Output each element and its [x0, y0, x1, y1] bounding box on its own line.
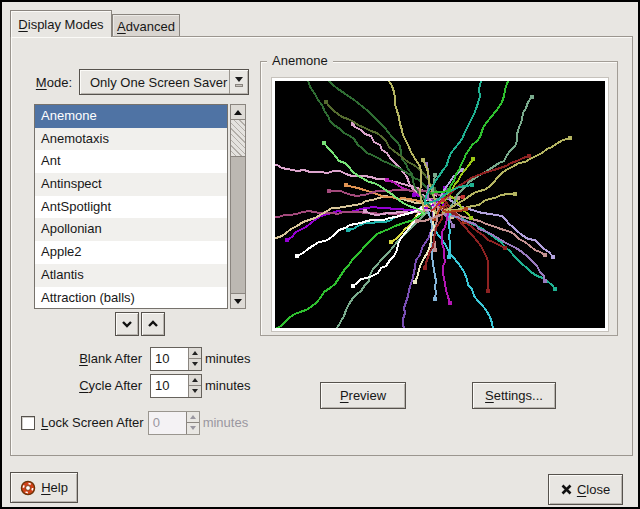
scrollbar-thumb[interactable] [230, 119, 246, 157]
blank-after-decrement[interactable] [189, 358, 201, 370]
down-arrow-icon [234, 299, 242, 304]
preview-groupbox: Anemone [260, 61, 618, 336]
list-item[interactable]: Attraction (balls) [35, 287, 227, 310]
cycle-after-spinner[interactable]: 10 [150, 374, 202, 398]
lock-screen-label: Lock Screen After [41, 415, 144, 430]
tab-display-modes[interactable]: Display Modes [10, 10, 112, 37]
mode-dropdown[interactable]: Only One Screen Saver [79, 69, 249, 95]
chevron-down-icon [120, 317, 134, 331]
life-buoy-icon [20, 480, 36, 496]
close-button[interactable]: Close [548, 474, 623, 505]
preview-button[interactable]: Preview [320, 382, 406, 409]
settings-button[interactable]: Settings... [472, 382, 556, 409]
preview-title: Anemone [267, 53, 333, 68]
tab-advanced[interactable]: Advanced [112, 14, 180, 37]
move-up-button[interactable] [141, 312, 165, 336]
lock-screen-unit: minutes [203, 415, 249, 430]
lock-screen-row: Lock Screen After 0 minutes [21, 410, 248, 435]
tab-label: D [18, 17, 27, 32]
list-item[interactable]: Anemotaxis [35, 128, 227, 151]
chevron-up-icon [146, 317, 160, 331]
help-button[interactable]: Help [10, 472, 78, 503]
lock-screen-increment [187, 412, 199, 423]
mode-label: Mode: [32, 75, 72, 90]
blank-after-label: Blank After [27, 351, 142, 366]
dropdown-arrow-icon [229, 70, 248, 94]
cycle-after-increment[interactable] [189, 375, 201, 386]
scrollbar-up-arrow[interactable] [230, 104, 246, 120]
close-x-icon [561, 484, 572, 495]
list-item[interactable]: Atlantis [35, 264, 227, 287]
cycle-after-decrement[interactable] [189, 385, 201, 397]
cycle-after-value: 10 [151, 375, 188, 397]
screensaver-list[interactable]: AnemoneAnemotaxisAntAntinspectAntSpotlig… [34, 104, 228, 309]
mode-dropdown-value: Only One Screen Saver [80, 75, 229, 90]
screensaver-preview [275, 81, 605, 328]
anemone-preview-image [275, 81, 605, 328]
preview-frame [271, 77, 609, 332]
blank-after-unit: minutes [205, 351, 251, 366]
lock-screen-checkbox[interactable] [21, 416, 35, 430]
lock-screen-value: 0 [149, 412, 186, 434]
blank-after-spinner[interactable]: 10 [150, 347, 202, 371]
list-item[interactable]: Antinspect [35, 173, 227, 196]
list-scrollbar[interactable] [230, 104, 246, 309]
move-down-button[interactable] [115, 312, 139, 336]
list-item[interactable]: Anemone [35, 105, 227, 128]
cycle-after-label: Cycle After [27, 378, 142, 393]
list-item[interactable]: AntSpotlight [35, 196, 227, 219]
blank-after-increment[interactable] [189, 348, 201, 359]
xscreensaver-preferences-window: Display Modes Advanced Mode: Only One Sc… [0, 0, 640, 509]
up-arrow-icon [234, 110, 242, 115]
lock-screen-spinner: 0 [148, 411, 200, 435]
lock-screen-decrement [187, 422, 199, 434]
list-item[interactable]: Apollonian [35, 218, 227, 241]
blank-after-value: 10 [151, 348, 188, 370]
mode-row: Mode: Only One Screen Saver [32, 69, 249, 95]
list-item[interactable]: Ant [35, 150, 227, 173]
cycle-after-unit: minutes [205, 378, 251, 393]
cycle-after-row: Cycle After 10 minutes [27, 373, 251, 398]
blank-after-row: Blank After 10 minutes [27, 346, 251, 371]
list-reorder-buttons [115, 312, 167, 336]
scrollbar-down-arrow[interactable] [230, 293, 246, 309]
list-item[interactable]: Apple2 [35, 241, 227, 264]
